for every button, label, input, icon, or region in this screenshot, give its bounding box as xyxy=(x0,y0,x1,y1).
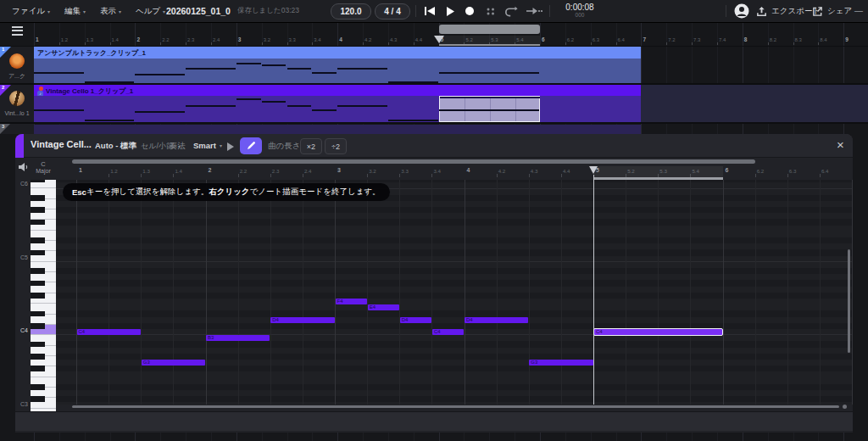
midi-note[interactable]: D4 xyxy=(400,317,431,323)
ruler-tick xyxy=(211,42,212,45)
length-double-button[interactable]: ×2 xyxy=(300,138,322,154)
piano-key-black[interactable] xyxy=(31,180,45,182)
play-button[interactable] xyxy=(444,5,455,17)
midi-note[interactable]: G3 xyxy=(529,360,593,366)
time-signature-display[interactable]: 4 / 4 xyxy=(375,3,410,20)
midi-note[interactable]: F4 xyxy=(336,299,367,304)
close-editor-button[interactable]: × xyxy=(837,137,844,154)
track-header-3[interactable]: 3 xyxy=(0,124,34,134)
loop-button[interactable] xyxy=(504,5,518,17)
minimap-note xyxy=(262,64,287,66)
piano-key-black[interactable] xyxy=(31,384,45,390)
ruler-bar-label: 8 xyxy=(744,36,748,42)
clip-vintage-cello[interactable]: Vintage Cello 1_クリップ_1 ♪ xyxy=(34,85,641,122)
ruler-beat-label: 2.2 xyxy=(162,37,169,42)
midi-note[interactable]: E4 xyxy=(368,304,399,310)
divider xyxy=(549,5,550,17)
menu-編集[interactable]: 編集▾ xyxy=(64,6,86,17)
piano-keyboard[interactable] xyxy=(31,180,56,412)
pr-ruler-bar-label: 3 xyxy=(337,167,341,173)
project-title-group: 20260125_01_0 保存しました03:23 xyxy=(166,0,299,22)
time-display[interactable]: 0:00:08 000 xyxy=(558,3,602,18)
menu-ヘルプ[interactable]: ヘルプ▾ xyxy=(136,6,165,17)
song-key-root: C xyxy=(31,160,56,168)
ruler-beat-label: 2.3 xyxy=(187,37,194,42)
pencil-tool-button[interactable] xyxy=(240,137,262,154)
piano-key-black[interactable] xyxy=(31,396,45,402)
dots-grid-icon[interactable] xyxy=(485,6,496,16)
clip-ensemble-track[interactable]: アンサンブルトラック_クリップ_1 xyxy=(34,47,641,83)
grid-line xyxy=(238,180,239,405)
length-halve-button[interactable]: ÷2 xyxy=(325,138,347,154)
scrollbar-end-dot[interactable] xyxy=(843,405,847,409)
share-icon xyxy=(812,6,823,17)
playhead-marker[interactable] xyxy=(434,36,444,43)
vertical-scrollbar[interactable] xyxy=(848,249,851,353)
midi-note[interactable]: D4 xyxy=(270,317,334,323)
piano-key-black[interactable] xyxy=(31,293,45,299)
follow-playhead-button[interactable] xyxy=(526,7,542,15)
note-pitch-label: C4 xyxy=(432,329,464,335)
horizontal-scrollbar-bottom[interactable] xyxy=(72,405,839,409)
midi-note[interactable]: C4 xyxy=(77,329,141,335)
articulation-label[interactable]: 奏法 xyxy=(170,141,186,152)
minimap-note xyxy=(186,68,236,70)
pr-ruler-beat-label: 4.3 xyxy=(531,168,538,174)
note-grid[interactable] xyxy=(56,180,853,405)
quantize-control[interactable]: Auto - 標準 セル/小節 ▾ xyxy=(95,141,181,152)
octave-label: C3 xyxy=(15,401,28,407)
skip-back-button[interactable] xyxy=(424,6,436,16)
midi-note[interactable]: C4 xyxy=(432,329,464,335)
avatar[interactable] xyxy=(734,3,749,19)
tempo-display[interactable]: 120.0 xyxy=(331,3,371,20)
midi-note[interactable]: B3 xyxy=(206,335,270,341)
ruler-tick xyxy=(160,42,161,45)
piano-key-black[interactable] xyxy=(31,207,45,213)
piano-key-black[interactable] xyxy=(31,354,45,360)
menu-label: 表示 xyxy=(100,6,116,17)
track-header-1[interactable]: 1 ア...ク xyxy=(0,47,34,83)
divider xyxy=(726,5,726,17)
grid-line xyxy=(626,180,626,405)
record-button[interactable] xyxy=(465,7,474,15)
midi-note[interactable]: G3 xyxy=(142,360,205,366)
horizontal-scrollbar-top[interactable] xyxy=(72,159,755,164)
piano-key-black[interactable] xyxy=(31,250,45,256)
piano-key-black[interactable] xyxy=(31,237,45,243)
ruler-tick xyxy=(768,42,769,45)
smart-control[interactable]: Smart ▾ xyxy=(193,141,222,150)
piano-key-black[interactable] xyxy=(31,195,45,201)
pr-playhead-marker[interactable] xyxy=(589,166,598,174)
midi-note[interactable]: D4 xyxy=(465,317,528,323)
piano-key-black[interactable] xyxy=(31,311,45,317)
ruler-bar-label: 6 xyxy=(542,36,545,42)
clip-name: アンサンブルトラック_クリップ_1 xyxy=(37,48,146,58)
minimize-button[interactable]: — xyxy=(854,6,863,15)
track-instrument-icon[interactable] xyxy=(9,53,25,69)
midi-note-selected[interactable]: C4 xyxy=(593,328,723,337)
piano-key-black[interactable] xyxy=(31,366,45,371)
menu-表示[interactable]: 表示▾ xyxy=(100,6,121,17)
tooltip-rightclick: 右クリック xyxy=(209,187,249,198)
cursor-tool-button[interactable] xyxy=(225,141,236,152)
speaker-icon[interactable] xyxy=(18,162,30,172)
piano-key-black[interactable] xyxy=(31,342,45,348)
piano-key-black[interactable] xyxy=(31,281,45,287)
divider xyxy=(415,5,416,17)
pr-playhead-line xyxy=(593,175,594,405)
export-button[interactable]: エクスポート xyxy=(756,0,821,22)
piano-key-black[interactable] xyxy=(31,220,45,226)
grid-line xyxy=(723,180,724,405)
piano-key-black[interactable] xyxy=(31,323,45,329)
track-instrument-icon[interactable] xyxy=(9,91,25,106)
track-header-2[interactable]: 2 Vint...lo 1 xyxy=(0,85,34,122)
project-title[interactable]: 20260125_01_0 xyxy=(166,6,231,16)
hamburger-menu-icon[interactable] xyxy=(12,26,23,36)
note-pitch-label: E4 xyxy=(368,304,399,310)
share-button[interactable]: シェア xyxy=(812,0,852,22)
piano-key-black[interactable] xyxy=(31,268,45,274)
menu-ファイル[interactable]: ファイル▾ xyxy=(12,6,50,17)
time-main: 0:00:08 xyxy=(558,3,602,12)
loop-region-bar[interactable] xyxy=(439,25,540,34)
controller-lane[interactable] xyxy=(15,411,853,431)
